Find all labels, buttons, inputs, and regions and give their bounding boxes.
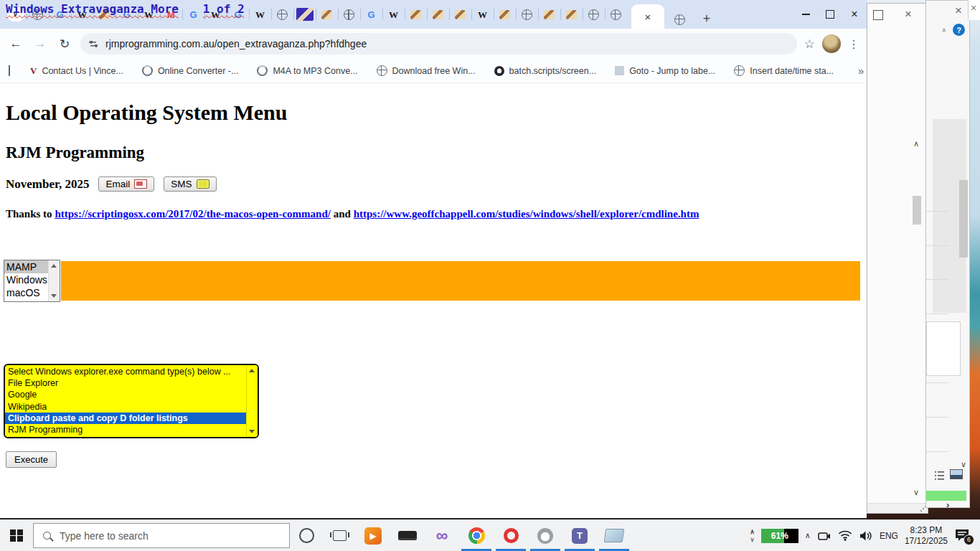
bookmark-item[interactable]: Download free Win... [377, 65, 476, 76]
browser-tab[interactable] [516, 5, 538, 24]
browser-tab[interactable] [669, 10, 691, 29]
minimize-button[interactable] [793, 0, 818, 29]
scrollbar-thumb[interactable] [959, 180, 968, 258]
sms-button[interactable]: SMS [164, 176, 216, 192]
back-icon[interactable]: ← [7, 37, 24, 51]
taskbar-app-button[interactable] [528, 520, 562, 551]
email-button[interactable]: Email [98, 176, 154, 192]
browser-tab[interactable] [427, 5, 449, 24]
browser-tab[interactable] [449, 5, 471, 24]
url-text[interactable]: rjmprogramming.com.au/open_extravaganza.… [105, 38, 367, 50]
address-bar[interactable]: rjmprogramming.com.au/open_extravaganza.… [80, 33, 797, 55]
scrollbar-thumb[interactable] [913, 196, 921, 225]
close-button[interactable] [842, 0, 867, 29]
new-tab-button[interactable] [697, 9, 717, 29]
cortana-button[interactable] [290, 528, 323, 543]
taskbar-scroll-arrows[interactable] [750, 529, 755, 543]
thumbnail-view-icon[interactable] [950, 469, 963, 479]
os-option[interactable]: MAMP [4, 260, 48, 273]
taskbar-app-button[interactable] [390, 520, 425, 551]
bookmarks-overflow-icon[interactable] [858, 65, 864, 77]
close-icon[interactable] [971, 3, 976, 13]
close-icon[interactable] [905, 8, 912, 20]
taskbar-app-button[interactable] [356, 520, 390, 551]
scroll-up-icon[interactable] [51, 264, 57, 268]
tab-close-icon[interactable] [645, 11, 651, 22]
taskbar-app-button[interactable] [425, 520, 459, 551]
notification-center-button[interactable]: 6 [954, 528, 973, 544]
browser-tab[interactable] [560, 5, 583, 24]
os-select-scrollbar[interactable] [48, 260, 60, 301]
command-option[interactable]: File Explorer [5, 377, 246, 389]
volume-icon[interactable] [859, 530, 873, 542]
help-icon[interactable]: ? [953, 24, 965, 36]
taskbar-app-button[interactable] [459, 520, 494, 551]
scroll-down-icon[interactable] [913, 489, 919, 496]
taskbar-search[interactable]: Type here to search [33, 523, 290, 548]
profile-avatar[interactable] [822, 34, 841, 53]
apps-grid-icon[interactable] [9, 65, 10, 76]
browser-tab[interactable] [249, 5, 271, 24]
bookmark-item[interactable]: Contact Us | Vince... [30, 66, 123, 76]
forward-icon[interactable]: → [32, 37, 49, 51]
bookmark-item[interactable]: Goto - Jump to labe... [615, 66, 715, 76]
scroll-up-icon[interactable] [913, 140, 919, 148]
browser-tab[interactable] [338, 5, 360, 24]
command-option[interactable]: Wikipedia [5, 401, 246, 413]
browser-tab[interactable] [271, 5, 293, 24]
browser-tab[interactable] [471, 5, 494, 24]
language-indicator[interactable]: ENG [880, 531, 898, 541]
bookmark-star-icon[interactable] [804, 37, 815, 52]
start-button[interactable] [0, 529, 33, 542]
command-select-listbox[interactable]: Select Windows explorer.exe command type… [4, 364, 259, 438]
browser-tab[interactable] [360, 5, 382, 24]
scroll-down-icon[interactable] [961, 460, 966, 469]
close-icon[interactable] [955, 4, 962, 17]
battery-indicator[interactable]: 61% [761, 529, 798, 543]
task-view-button[interactable] [323, 530, 356, 541]
meet-now-icon[interactable] [817, 530, 831, 542]
maximize-button[interactable] [818, 0, 842, 29]
taskbar-app-button[interactable] [494, 520, 528, 551]
browser-tab[interactable] [405, 5, 427, 24]
clock[interactable]: 8:23 PM 17/12/2025 [905, 525, 948, 547]
browser-tab[interactable] [538, 5, 560, 24]
maximize-icon[interactable] [873, 10, 883, 20]
browser-tab[interactable] [605, 5, 627, 24]
bookmark-item[interactable]: Online Converter -... [142, 65, 239, 76]
scriptingosx-link[interactable]: https://scriptingosx.com/2017/02/the-mac… [55, 208, 331, 220]
command-option[interactable]: RJM Programming [5, 424, 246, 435]
reload-icon[interactable]: ↻ [56, 37, 73, 52]
execute-button[interactable]: Execute [6, 451, 57, 468]
taskbar-app-button[interactable] [562, 520, 597, 551]
scroll-down-icon[interactable] [51, 294, 57, 298]
tray-overflow-chevron[interactable] [805, 531, 811, 540]
command-option[interactable]: Select Windows explorer.exe command type… [5, 366, 246, 377]
active-tab[interactable] [631, 4, 664, 29]
scroll-up-icon[interactable] [249, 369, 255, 372]
browser-tab[interactable] [583, 5, 605, 24]
taskbar-app-button[interactable] [597, 520, 631, 551]
command-option[interactable]: Clipboard paste and copy D folder listin… [5, 413, 246, 424]
scroll-down-icon[interactable] [249, 430, 255, 433]
collapse-icon[interactable] [941, 27, 946, 34]
next-chevron-icon[interactable] [946, 499, 949, 510]
menu-kebab-icon[interactable] [848, 37, 859, 51]
browser-tab[interactable] [382, 5, 405, 24]
browser-tab[interactable] [494, 5, 516, 24]
site-settings-icon[interactable] [89, 39, 99, 48]
os-option[interactable]: Windows [4, 273, 48, 286]
list-view-icon[interactable] [935, 471, 944, 480]
command-select-scrollbar[interactable] [246, 365, 258, 437]
bookmark-item[interactable]: batch.scripts/screen... [494, 66, 597, 76]
background-window-a [867, 3, 928, 514]
bookmark-item[interactable]: M4A to MP3 Conve... [257, 65, 357, 76]
wifi-icon[interactable] [838, 530, 852, 541]
browser-tab[interactable] [293, 5, 316, 24]
geoffchappell-link[interactable]: https://www.geoffchappell.com/studies/wi… [354, 208, 699, 220]
bookmark-item[interactable]: Insert date/time sta... [734, 65, 834, 76]
os-select-listbox[interactable]: MAMPWindowsmacOS [4, 260, 60, 302]
os-option[interactable]: macOS [4, 286, 48, 299]
browser-tab[interactable] [316, 5, 338, 24]
command-option[interactable]: Google [5, 389, 246, 400]
